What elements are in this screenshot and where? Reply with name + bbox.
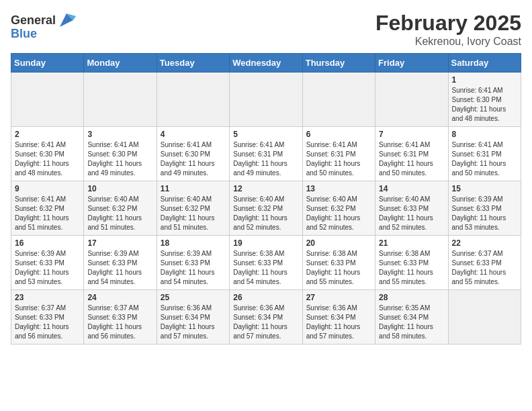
day-info: Sunrise: 6:40 AM Sunset: 6:32 PM Dayligh… (87, 195, 152, 232)
day-info: Sunrise: 6:39 AM Sunset: 6:33 PM Dayligh… (161, 249, 226, 287)
calendar-cell: 16Sunrise: 6:39 AM Sunset: 6:33 PM Dayli… (11, 236, 84, 290)
day-info: Sunrise: 6:40 AM Sunset: 6:33 PM Dayligh… (379, 195, 444, 232)
calendar-cell: 25Sunrise: 6:36 AM Sunset: 6:34 PM Dayli… (157, 290, 229, 345)
weekday-header-monday: Monday (84, 54, 157, 73)
day-number: 20 (306, 238, 371, 248)
calendar-cell: 15Sunrise: 6:39 AM Sunset: 6:33 PM Dayli… (448, 181, 521, 236)
calendar-cell: 10Sunrise: 6:40 AM Sunset: 6:32 PM Dayli… (84, 181, 157, 236)
day-info: Sunrise: 6:41 AM Sunset: 6:31 PM Dayligh… (306, 140, 371, 178)
calendar-table: SundayMondayTuesdayWednesdayThursdayFrid… (11, 53, 521, 345)
calendar-cell: 2Sunrise: 6:41 AM Sunset: 6:30 PM Daylig… (11, 127, 84, 181)
calendar-week-row: 16Sunrise: 6:39 AM Sunset: 6:33 PM Dayli… (11, 236, 521, 290)
day-number: 27 (306, 293, 371, 302)
day-number: 23 (15, 293, 80, 302)
day-number: 28 (379, 293, 444, 302)
day-info: Sunrise: 6:37 AM Sunset: 6:33 PM Dayligh… (15, 304, 80, 341)
calendar-cell: 14Sunrise: 6:40 AM Sunset: 6:33 PM Dayli… (375, 181, 448, 236)
day-number: 5 (233, 130, 298, 139)
day-number: 11 (161, 184, 226, 193)
calendar-cell (302, 73, 375, 127)
calendar-cell: 3Sunrise: 6:41 AM Sunset: 6:30 PM Daylig… (84, 127, 157, 181)
day-number: 21 (379, 238, 444, 248)
day-info: Sunrise: 6:39 AM Sunset: 6:33 PM Dayligh… (87, 249, 152, 287)
calendar-cell: 9Sunrise: 6:41 AM Sunset: 6:32 PM Daylig… (11, 181, 84, 236)
weekday-header-saturday: Saturday (448, 54, 521, 73)
calendar-cell: 11Sunrise: 6:40 AM Sunset: 6:32 PM Dayli… (157, 181, 229, 236)
calendar-cell (375, 73, 448, 127)
calendar-cell: 27Sunrise: 6:36 AM Sunset: 6:34 PM Dayli… (302, 290, 375, 345)
page-title: February 2025 (375, 11, 521, 36)
day-info: Sunrise: 6:38 AM Sunset: 6:33 PM Dayligh… (379, 249, 444, 287)
logo-icon (57, 11, 76, 30)
logo-blue-text: Blue (11, 27, 37, 41)
day-info: Sunrise: 6:37 AM Sunset: 6:33 PM Dayligh… (452, 249, 517, 287)
calendar-cell (84, 73, 157, 127)
day-info: Sunrise: 6:40 AM Sunset: 6:32 PM Dayligh… (161, 195, 226, 232)
day-info: Sunrise: 6:40 AM Sunset: 6:32 PM Dayligh… (233, 195, 298, 232)
logo: General Blue (11, 11, 76, 41)
day-number: 15 (452, 184, 517, 193)
calendar-cell: 4Sunrise: 6:41 AM Sunset: 6:30 PM Daylig… (157, 127, 229, 181)
day-number: 7 (379, 130, 444, 139)
day-number: 9 (15, 184, 80, 193)
logo-general-text: General (11, 13, 56, 28)
day-info: Sunrise: 6:36 AM Sunset: 6:34 PM Dayligh… (233, 304, 298, 341)
calendar-cell: 24Sunrise: 6:37 AM Sunset: 6:33 PM Dayli… (84, 290, 157, 345)
day-info: Sunrise: 6:36 AM Sunset: 6:34 PM Dayligh… (306, 304, 371, 341)
day-info: Sunrise: 6:38 AM Sunset: 6:33 PM Dayligh… (233, 249, 298, 287)
title-block: February 2025 Kekrenou, Ivory Coast (375, 11, 521, 48)
weekday-header-friday: Friday (375, 54, 448, 73)
calendar-cell: 8Sunrise: 6:41 AM Sunset: 6:31 PM Daylig… (448, 127, 521, 181)
calendar-week-row: 23Sunrise: 6:37 AM Sunset: 6:33 PM Dayli… (11, 290, 521, 345)
day-number: 4 (161, 130, 226, 139)
day-info: Sunrise: 6:41 AM Sunset: 6:30 PM Dayligh… (161, 140, 226, 178)
day-info: Sunrise: 6:37 AM Sunset: 6:33 PM Dayligh… (87, 304, 152, 341)
calendar-cell (11, 73, 84, 127)
calendar-cell: 17Sunrise: 6:39 AM Sunset: 6:33 PM Dayli… (84, 236, 157, 290)
day-info: Sunrise: 6:41 AM Sunset: 6:31 PM Dayligh… (452, 140, 517, 178)
day-number: 1 (452, 75, 517, 85)
day-info: Sunrise: 6:38 AM Sunset: 6:33 PM Dayligh… (306, 249, 371, 287)
day-info: Sunrise: 6:41 AM Sunset: 6:30 PM Dayligh… (452, 86, 517, 124)
calendar-cell: 20Sunrise: 6:38 AM Sunset: 6:33 PM Dayli… (302, 236, 375, 290)
calendar-cell: 22Sunrise: 6:37 AM Sunset: 6:33 PM Dayli… (448, 236, 521, 290)
day-info: Sunrise: 6:40 AM Sunset: 6:32 PM Dayligh… (306, 195, 371, 232)
calendar-cell: 6Sunrise: 6:41 AM Sunset: 6:31 PM Daylig… (302, 127, 375, 181)
day-number: 8 (452, 130, 517, 139)
day-info: Sunrise: 6:36 AM Sunset: 6:34 PM Dayligh… (161, 304, 226, 341)
day-info: Sunrise: 6:41 AM Sunset: 6:30 PM Dayligh… (87, 140, 152, 178)
calendar-cell: 5Sunrise: 6:41 AM Sunset: 6:31 PM Daylig… (230, 127, 302, 181)
day-info: Sunrise: 6:39 AM Sunset: 6:33 PM Dayligh… (15, 249, 80, 287)
day-number: 24 (87, 293, 152, 302)
day-number: 12 (233, 184, 298, 193)
day-number: 26 (233, 293, 298, 302)
calendar-cell: 21Sunrise: 6:38 AM Sunset: 6:33 PM Dayli… (375, 236, 448, 290)
day-number: 6 (306, 130, 371, 139)
day-number: 18 (161, 238, 226, 248)
calendar-cell: 7Sunrise: 6:41 AM Sunset: 6:31 PM Daylig… (375, 127, 448, 181)
weekday-header-thursday: Thursday (302, 54, 375, 73)
calendar-week-row: 2Sunrise: 6:41 AM Sunset: 6:30 PM Daylig… (11, 127, 521, 181)
day-info: Sunrise: 6:39 AM Sunset: 6:33 PM Dayligh… (452, 195, 517, 232)
calendar-cell: 28Sunrise: 6:35 AM Sunset: 6:34 PM Dayli… (375, 290, 448, 345)
day-number: 17 (87, 238, 152, 248)
day-info: Sunrise: 6:41 AM Sunset: 6:31 PM Dayligh… (233, 140, 298, 178)
day-number: 10 (87, 184, 152, 193)
calendar-cell: 13Sunrise: 6:40 AM Sunset: 6:32 PM Dayli… (302, 181, 375, 236)
day-info: Sunrise: 6:41 AM Sunset: 6:31 PM Dayligh… (379, 140, 444, 178)
day-number: 19 (233, 238, 298, 248)
page-header: General Blue February 2025 Kekrenou, Ivo… (11, 11, 521, 48)
calendar-cell (448, 290, 521, 345)
day-info: Sunrise: 6:41 AM Sunset: 6:30 PM Dayligh… (15, 140, 80, 178)
day-info: Sunrise: 6:35 AM Sunset: 6:34 PM Dayligh… (379, 304, 444, 341)
calendar-cell: 12Sunrise: 6:40 AM Sunset: 6:32 PM Dayli… (230, 181, 302, 236)
calendar-week-row: 1Sunrise: 6:41 AM Sunset: 6:30 PM Daylig… (11, 73, 521, 127)
weekday-header-sunday: Sunday (11, 54, 84, 73)
day-number: 13 (306, 184, 371, 193)
day-info: Sunrise: 6:41 AM Sunset: 6:32 PM Dayligh… (15, 195, 80, 232)
day-number: 25 (161, 293, 226, 302)
day-number: 14 (379, 184, 444, 193)
calendar-cell (157, 73, 229, 127)
calendar-cell: 26Sunrise: 6:36 AM Sunset: 6:34 PM Dayli… (230, 290, 302, 345)
day-number: 22 (452, 238, 517, 248)
